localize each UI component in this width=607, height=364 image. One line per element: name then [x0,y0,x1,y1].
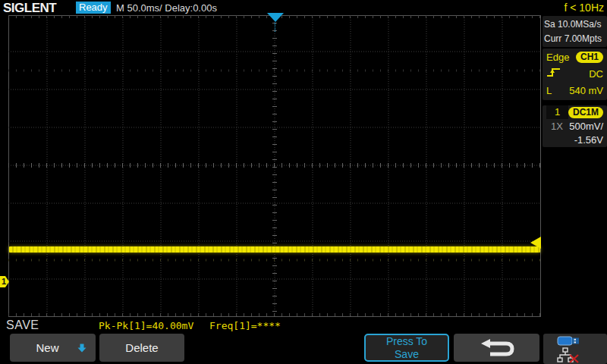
measurement-pkpk: Pk-Pk[1]=40.00mV [99,320,193,331]
trigger-position-line [275,23,275,32]
ch1-trace [9,246,540,253]
io-status-panel [543,334,607,364]
graticule [8,15,541,317]
press-to-save-button[interactable]: Press To Save [364,334,449,362]
channel-offset: -1.56V [574,134,603,146]
new-button[interactable]: New [10,334,96,362]
measurement-freq: Freq[1]=**** [209,320,281,331]
acquisition-panel: Sa 10.0MSa/s Curr 7.00Mpts [543,16,607,47]
back-button[interactable] [454,334,539,362]
run-status-badge: Ready [76,2,111,14]
delete-button[interactable]: Delete [99,334,184,362]
frequency-counter: f < 10Hz [564,2,604,14]
delete-button-label: Delete [125,341,158,354]
return-arrow-icon [479,338,515,358]
channel-panel: 1 DC1M 1X 500mV/ -1.56V [543,105,607,147]
down-arrow-icon [77,344,86,353]
graticule-grid [8,15,541,317]
rising-edge-icon [546,66,561,81]
trigger-level-value: 540 mV [569,85,603,96]
usb-device-icon [557,335,581,347]
volts-per-div: 500mV/ [569,121,603,132]
press-to-save-line1: Press To [386,335,427,348]
trigger-coupling: DC [589,68,603,80]
trigger-level-label: L [546,85,552,96]
trigger-type-label: Edge [546,52,569,63]
trigger-source-badge: CH1 [576,52,603,63]
trigger-position-arrow-icon[interactable] [267,13,284,22]
channel-number: 1 [546,105,568,119]
channel-coupling-badge: DC1M [568,107,603,118]
trigger-level-arrow-icon[interactable] [530,237,541,249]
lan-disconnected-icon [557,347,580,363]
probe-attenuation: 1X [546,121,563,132]
press-to-save-line2: Save [395,348,419,361]
trigger-panel: Edge CH1 DC L 540 mV [543,49,607,100]
oscilloscope-screen: SIGLENT Ready M 50.0ms/ Delay:0.00s f < … [0,0,607,364]
memory-depth: Curr 7.00Mpts [544,32,607,46]
menu-title: SAVE [6,318,39,332]
sample-rate: Sa 10.0MSa/s [544,17,607,32]
new-button-label: New [36,341,58,354]
brand-logo: SIGLENT [3,1,56,16]
timebase-readout: M 50.0ms/ Delay:0.00s [116,2,217,14]
